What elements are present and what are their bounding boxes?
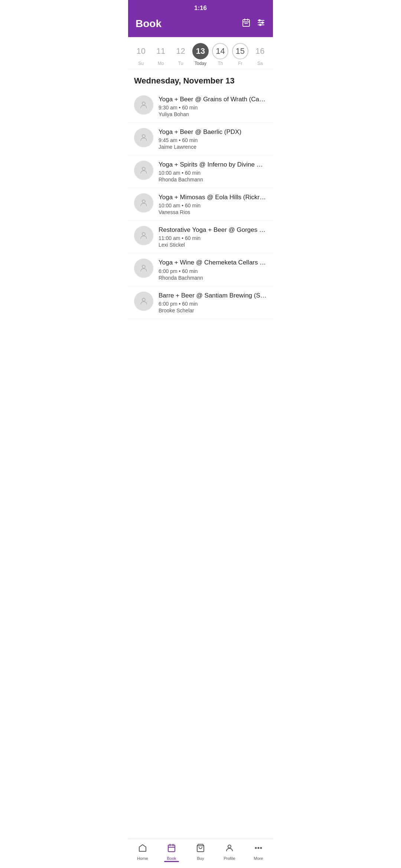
class-time: 10:00 am • 60 min [159, 170, 267, 176]
calendar-date: 15 [232, 43, 248, 59]
class-item[interactable]: Yoga + Beer @ Baerlic (PDX)9:45 am • 60 … [128, 123, 273, 155]
svg-point-15 [142, 167, 145, 170]
class-info: Yoga + Beer @ Grains of Wrath (Camas)9:3… [159, 95, 267, 117]
calendar-day-label: Su [138, 61, 144, 66]
calendar-day-11[interactable]: 11Mo [151, 43, 170, 66]
more-icon [254, 844, 263, 855]
class-name: Yoga + Mimosas @ Eola Hills (Rickreall) [159, 193, 267, 201]
calendar-day-14[interactable]: 14Th [211, 43, 229, 66]
calendar-day-label: Today [195, 61, 206, 66]
class-time: 9:45 am • 60 min [159, 137, 267, 143]
class-time: 10:00 am • 60 min [159, 203, 267, 208]
class-avatar [134, 226, 153, 245]
nav-label-buy: Buy [197, 856, 204, 861]
class-time: 6:00 pm • 60 min [159, 268, 267, 274]
svg-point-13 [142, 102, 145, 105]
class-name: Restorative Yoga + Beer @ Gorges (Cas... [159, 226, 267, 234]
date-heading: Wednesday, November 13 [128, 69, 273, 90]
nav-item-profile[interactable]: Profile [218, 842, 241, 862]
class-info: Yoga + Beer @ Baerlic (PDX)9:45 am • 60 … [159, 128, 267, 150]
home-icon [138, 844, 147, 855]
calendar-date: 16 [252, 43, 268, 59]
svg-point-11 [262, 22, 263, 23]
calendar-day-16[interactable]: 16Sa [251, 43, 269, 66]
nav-item-buy[interactable]: Buy [189, 842, 212, 862]
svg-point-18 [142, 265, 145, 268]
class-instructor: Lexi Stickel [159, 242, 267, 248]
svg-point-12 [260, 24, 261, 26]
calendar-day-label: Th [218, 61, 223, 66]
bottom-nav: HomeBookBuyProfileMore [128, 839, 273, 868]
class-info: Yoga + Mimosas @ Eola Hills (Rickreall)1… [159, 193, 267, 215]
nav-label-profile: Profile [224, 856, 235, 861]
class-avatar [134, 161, 153, 180]
class-item[interactable]: Yoga + Mimosas @ Eola Hills (Rickreall)1… [128, 188, 273, 221]
classes-list: Yoga + Beer @ Grains of Wrath (Camas)9:3… [128, 90, 273, 349]
svg-point-16 [142, 200, 145, 203]
class-avatar [134, 128, 153, 147]
calendar-day-13[interactable]: 13Today [191, 43, 210, 66]
svg-point-17 [142, 233, 145, 236]
class-avatar [134, 95, 153, 115]
svg-point-19 [142, 298, 145, 301]
nav-label-more: More [254, 856, 263, 861]
class-name: Yoga + Beer @ Baerlic (PDX) [159, 128, 267, 136]
class-instructor: Rhonda Bachmann [159, 177, 267, 183]
svg-point-10 [259, 20, 260, 21]
profile-icon [225, 844, 234, 855]
filter-icon[interactable] [257, 18, 265, 29]
class-instructor: Yuliya Bohan [159, 111, 267, 117]
class-info: Restorative Yoga + Beer @ Gorges (Cas...… [159, 226, 267, 248]
class-instructor: Rhonda Bachmann [159, 275, 267, 281]
calendar-day-label: Sa [257, 61, 263, 66]
nav-label-home: Home [137, 856, 148, 861]
svg-point-26 [255, 848, 257, 849]
class-info: Barre + Beer @ Santiam Brewing (Salem)6:… [159, 292, 267, 313]
class-time: 6:00 pm • 60 min [159, 301, 267, 307]
svg-rect-20 [168, 845, 175, 852]
buy-icon [196, 844, 205, 855]
nav-item-more[interactable]: More [247, 842, 270, 862]
header-actions [242, 18, 265, 29]
status-time: 1:16 [194, 4, 207, 11]
class-time: 9:30 am • 60 min [159, 105, 267, 111]
calendar-day-15[interactable]: 15Fr [231, 43, 250, 66]
class-item[interactable]: Yoga + Spirits @ Inferno by Divine Disti… [128, 155, 273, 188]
class-info: Yoga + Spirits @ Inferno by Divine Disti… [159, 161, 267, 183]
calendar-date: 11 [153, 43, 169, 59]
calendar-day-12[interactable]: 12Tu [172, 43, 190, 66]
class-item[interactable]: Restorative Yoga + Beer @ Gorges (Cas...… [128, 221, 273, 253]
class-item[interactable]: Yoga + Beer @ Grains of Wrath (Camas)9:3… [128, 90, 273, 123]
class-item[interactable]: Yoga + Wine @ Chemeketa Cellars (Sal...6… [128, 253, 273, 286]
class-name: Yoga + Spirits @ Inferno by Divine Disti… [159, 161, 267, 169]
class-item[interactable]: Barre + Beer @ Santiam Brewing (Salem)6:… [128, 286, 273, 319]
book-icon [167, 844, 176, 855]
calendar-day-label: Fr [238, 61, 242, 66]
calendar-date: 13 [192, 43, 209, 59]
calendar-date: 14 [212, 43, 228, 59]
class-instructor: Jaime Lawrence [159, 144, 267, 150]
class-instructor: Vanessa Rios [159, 209, 267, 215]
calendar-day-label: Tu [178, 61, 183, 66]
status-bar: 1:16 [128, 0, 273, 15]
class-name: Yoga + Beer @ Grains of Wrath (Camas) [159, 95, 267, 103]
nav-active-indicator [164, 861, 179, 862]
nav-label-book: Book [167, 856, 176, 861]
class-avatar [134, 259, 153, 278]
svg-point-27 [258, 848, 259, 849]
calendar-day-10[interactable]: 10Su [132, 43, 150, 66]
class-instructor: Brooke Schelar [159, 308, 267, 313]
nav-item-home[interactable]: Home [131, 842, 154, 862]
calendar-icon[interactable] [242, 18, 251, 29]
calendar-date: 10 [133, 43, 149, 59]
calendar-day-label: Mo [158, 61, 164, 66]
class-time: 11:00 am • 60 min [159, 235, 267, 241]
nav-item-book[interactable]: Book [160, 842, 183, 862]
svg-point-28 [261, 848, 262, 849]
class-avatar [134, 292, 153, 311]
calendar-date: 12 [173, 43, 189, 59]
class-name: Barre + Beer @ Santiam Brewing (Salem) [159, 292, 267, 300]
svg-point-25 [228, 845, 231, 848]
class-name: Yoga + Wine @ Chemeketa Cellars (Sal... [159, 259, 267, 267]
page-title: Book [136, 18, 162, 30]
